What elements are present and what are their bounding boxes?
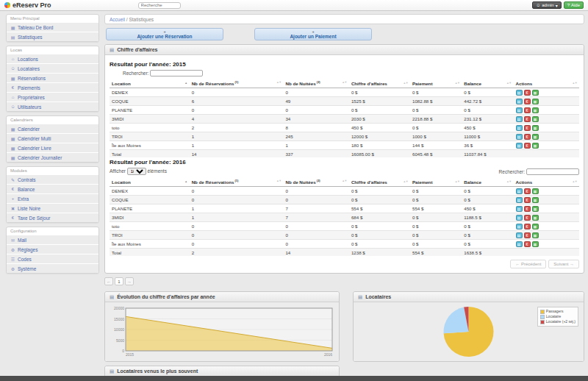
chart-title: Locataires venus le plus souvent bbox=[117, 368, 198, 374]
table-cell: 0 bbox=[190, 240, 284, 249]
view-payments-button[interactable]: € bbox=[524, 134, 531, 140]
view-payments-button[interactable]: € bbox=[524, 224, 531, 229]
view-reservations-button[interactable]: ▤ bbox=[516, 215, 523, 221]
table-row: PLANETE17554 $554 $450 $▤€▦ bbox=[110, 204, 579, 213]
view-payments-button[interactable]: € bbox=[524, 232, 531, 238]
column-header[interactable]: Paiement▲▼ bbox=[410, 177, 462, 187]
view-payments-button[interactable]: € bbox=[524, 116, 531, 122]
sidebar-item-tourist-tax[interactable]: €Taxe De Séjour bbox=[7, 213, 98, 222]
sidebar-item-dashboard[interactable]: ▦Tableau De Bord bbox=[7, 22, 98, 32]
column-header[interactable]: Location▲ bbox=[110, 177, 190, 187]
sidebar-item-tenants[interactable]: ☺Locataires bbox=[7, 63, 98, 73]
view-payments-button[interactable]: € bbox=[524, 125, 531, 131]
column-header[interactable]: Actions▲▼ bbox=[514, 177, 580, 187]
export-button[interactable]: ▦ bbox=[532, 206, 539, 212]
view-payments-button[interactable]: € bbox=[524, 107, 531, 113]
export-button[interactable]: ▦ bbox=[532, 90, 539, 96]
global-search-input[interactable] bbox=[138, 2, 181, 9]
view-reservations-button[interactable]: ▤ bbox=[516, 206, 523, 212]
export-button[interactable]: ▦ bbox=[532, 232, 539, 238]
export-button[interactable]: ▦ bbox=[532, 188, 539, 194]
view-reservations-button[interactable]: ▤ bbox=[516, 116, 523, 122]
view-reservations-button[interactable]: ▤ bbox=[516, 90, 523, 96]
view-reservations-button[interactable]: ▤ bbox=[516, 241, 523, 247]
sidebar-item-settings[interactable]: ⚙Réglages bbox=[7, 244, 98, 254]
view-reservations-button[interactable]: ▤ bbox=[516, 134, 523, 140]
view-reservations-button[interactable]: ▤ bbox=[516, 107, 523, 113]
admin-menu-button[interactable]: ☺ admin ▾ bbox=[532, 1, 562, 9]
export-button[interactable]: ▦ bbox=[532, 107, 539, 113]
column-header[interactable]: Paiement▲▼ bbox=[410, 79, 462, 88]
table-search-input-2015[interactable] bbox=[150, 70, 203, 76]
sidebar-item-reservations[interactable]: ▦Réservations bbox=[7, 73, 98, 82]
sidebar-item-contracts[interactable]: ✎Contrats bbox=[7, 174, 98, 184]
export-button[interactable]: ▦ bbox=[532, 116, 539, 122]
view-reservations-button[interactable]: ▤ bbox=[516, 143, 523, 149]
sidebar-item-calendar-daily[interactable]: ▦Calendrier Journalier bbox=[7, 152, 98, 162]
column-header[interactable]: Nb de Réservations (1)▲▼ bbox=[190, 177, 284, 187]
table-pagination: ← PrécédentSuivant → bbox=[110, 260, 579, 268]
view-reservations-button[interactable]: ▤ bbox=[516, 125, 523, 131]
column-header[interactable]: Balance▲▼ bbox=[462, 177, 513, 187]
column-header[interactable]: Chiffre d'affaires▲▼ bbox=[349, 177, 410, 187]
export-button[interactable]: ▦ bbox=[532, 125, 539, 131]
next-page-button[interactable]: Suivant → bbox=[548, 260, 579, 268]
view-payments-button[interactable]: € bbox=[524, 215, 531, 221]
view-payments-button[interactable]: € bbox=[524, 99, 531, 104]
sidebar-item-owners[interactable]: ⌂Propriétaires bbox=[7, 92, 98, 102]
view-reservations-button[interactable]: ▤ bbox=[516, 188, 523, 194]
sidebar-item-locations[interactable]: ⌂Locations bbox=[7, 54, 98, 63]
export-button[interactable]: ▦ bbox=[532, 241, 539, 247]
export-button[interactable]: ▦ bbox=[532, 224, 539, 229]
view-payments-button[interactable]: € bbox=[524, 143, 531, 149]
export-button[interactable]: ▦ bbox=[532, 143, 539, 149]
pager-next-button[interactable]: → bbox=[125, 277, 134, 285]
view-reservations-button[interactable]: ▤ bbox=[516, 99, 523, 104]
sidebar-item-users[interactable]: ☺Utilisateurs bbox=[7, 102, 98, 111]
view-payments-button[interactable]: € bbox=[524, 90, 531, 96]
sidebar-item-calendar-multi[interactable]: ▦Calendrier Multi bbox=[7, 133, 98, 143]
export-button[interactable]: ▦ bbox=[532, 215, 539, 221]
sidebar-item-calendar[interactable]: ▦Calendrier bbox=[7, 124, 98, 133]
column-header[interactable]: Balance▲▼ bbox=[462, 79, 513, 88]
view-payments-button[interactable]: € bbox=[524, 241, 531, 247]
column-header[interactable]: Chiffre d'affaires▲▼ bbox=[349, 79, 410, 88]
export-button[interactable]: ▦ bbox=[532, 99, 539, 104]
table-search-input-2016[interactable] bbox=[526, 168, 579, 175]
export-button[interactable]: ▦ bbox=[532, 134, 539, 140]
view-reservations-button[interactable]: ▤ bbox=[516, 197, 523, 203]
table-cell: COQUE bbox=[110, 97, 190, 106]
sidebar-item-blacklist[interactable]: ✖Liste Noire bbox=[7, 203, 98, 213]
sidebar-item-extra[interactable]: +Extra bbox=[7, 193, 98, 203]
column-header[interactable]: Actions▲▼ bbox=[514, 79, 580, 88]
column-header[interactable]: Nb de Nuitées (2)▲▼ bbox=[283, 177, 348, 187]
pager-page-1-button[interactable]: 1 bbox=[115, 277, 123, 285]
help-button[interactable]: ? Aide bbox=[564, 1, 584, 9]
show-entries-select[interactable]: 10 bbox=[127, 168, 146, 175]
sidebar-item-statistics[interactable]: ▤Statistiques bbox=[7, 32, 98, 41]
column-header[interactable]: Nb de Nuitées (2)▲▼ bbox=[283, 79, 348, 88]
add-payment-button[interactable]: + Ajouter un Paiement bbox=[254, 28, 372, 40]
sidebar-item-mail[interactable]: ✉Mail bbox=[7, 235, 98, 244]
sidebar-item-codes[interactable]: ☰Codes bbox=[7, 254, 98, 263]
sidebar-item-payments[interactable]: €Paiements bbox=[7, 82, 98, 92]
view-payments-button[interactable]: € bbox=[524, 188, 531, 194]
revenue-evolution-panel: ▤ Évolution du chiffre d'affaires par an… bbox=[104, 291, 340, 362]
sort-icon: ▲▼ bbox=[455, 179, 460, 183]
export-button[interactable]: ▦ bbox=[532, 197, 539, 203]
previous-page-button[interactable]: ← Précédent bbox=[510, 260, 546, 268]
column-header[interactable]: Location▲ bbox=[110, 79, 190, 88]
view-payments-button[interactable]: € bbox=[524, 197, 531, 203]
add-reservation-button[interactable]: + Ajouter une Réservation bbox=[106, 28, 223, 40]
pager-prev-button[interactable]: ← bbox=[104, 277, 113, 285]
view-reservations-button[interactable]: ▤ bbox=[516, 224, 523, 229]
view-payments-button[interactable]: € bbox=[524, 206, 531, 212]
sidebar-item-calendar-book[interactable]: ▦Calendrier Livre bbox=[7, 143, 98, 152]
breadcrumb-home-link[interactable]: Accueil bbox=[110, 17, 125, 22]
sidebar-item-system[interactable]: ⚙Système bbox=[7, 263, 98, 273]
sidebar-section-title: Modules bbox=[7, 167, 98, 174]
show-entries-suffix: éléments bbox=[146, 168, 167, 174]
view-reservations-button[interactable]: ▤ bbox=[516, 232, 523, 238]
sidebar-item-balance[interactable]: €Balance bbox=[7, 184, 98, 193]
column-header[interactable]: Nb de Réservations (1)▲▼ bbox=[190, 79, 284, 88]
